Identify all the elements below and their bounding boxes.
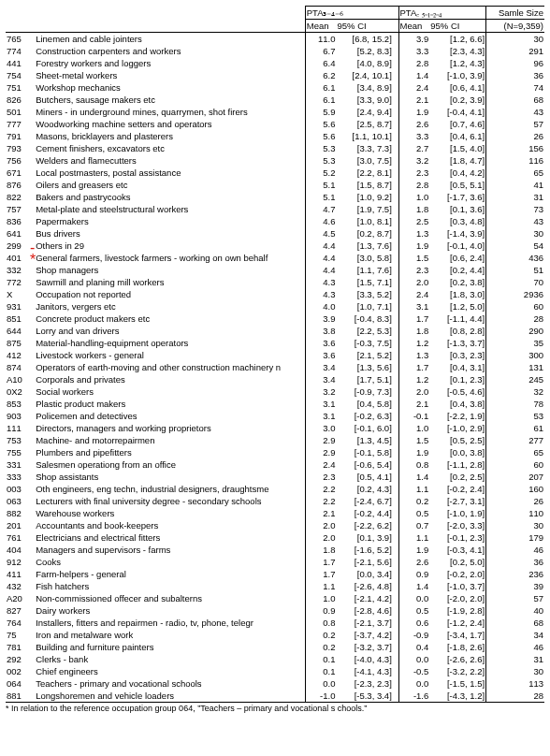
mean2-cell: 1.1 xyxy=(398,483,429,495)
occupation-cell: Warehouse workers xyxy=(35,507,305,519)
n-cell: 68 xyxy=(486,94,544,106)
occupation-cell: Cement finishers, excavators etc xyxy=(35,142,305,154)
occupation-cell: Plastic product makers xyxy=(35,398,305,410)
code-cell: 201 xyxy=(6,519,35,531)
table-row: 851Concrete product makers etc3.9[-0.4, … xyxy=(6,313,544,325)
mean1-cell: 3.1 xyxy=(305,410,336,422)
ci2-cell: [-4.3, 1.2] xyxy=(429,690,485,703)
mean1-cell: 1.1 xyxy=(305,580,336,592)
n-cell: 30 xyxy=(486,665,544,677)
occupation-cell: Linemen and cable jointers xyxy=(35,33,305,46)
ci1-cell: [1.3, 7.6] xyxy=(336,240,392,252)
code-cell: 75 xyxy=(6,629,35,641)
n-cell: 179 xyxy=(486,531,544,544)
mean2-cell: 2.4 xyxy=(398,288,429,300)
code-cell: 931 xyxy=(6,300,35,313)
table-row: 412Livestock workers - general3.6[2.1, 5… xyxy=(6,349,544,361)
ci2-cell: [-1.4, 3.9] xyxy=(429,227,485,240)
ci1-cell: [-5.3, 3.4] xyxy=(336,690,392,703)
occupation-cell: Material-handling-equipment operators xyxy=(35,337,305,349)
n-cell: 34 xyxy=(486,629,544,641)
ci2-cell: [0.2, 2.5] xyxy=(429,471,485,483)
n-cell: 36 xyxy=(486,556,544,568)
table-row: 903Policemen and detectives3.1[-0.2, 6.3… xyxy=(6,410,544,422)
mean1-cell: 3.9 xyxy=(305,313,336,325)
mean2-cell: 2.5 xyxy=(398,215,429,227)
ci2-cell: [-1.8, 2.6] xyxy=(429,641,485,653)
table-row: 757Metal-plate and steelstructural worke… xyxy=(6,203,544,215)
ci1-cell: [2.4, 9.4] xyxy=(336,106,392,118)
ci2-cell: [-0.2, 2.0] xyxy=(429,568,485,580)
mean1-cell: 5.3 xyxy=(305,154,336,167)
table-row: 111Directors, managers and working propr… xyxy=(6,422,544,434)
n-cell: 43 xyxy=(486,106,544,118)
table-row: 064Teachers - primary and vocational sch… xyxy=(6,677,544,690)
mean2-cell: 0.6 xyxy=(398,617,429,629)
mean1-cell: 5.1 xyxy=(305,179,336,191)
occupation-cell: Managers and supervisors - farms xyxy=(35,544,305,556)
code-cell: 754 xyxy=(6,69,35,81)
mean1-cell: 2.2 xyxy=(305,483,336,495)
occupation-cell: Iron and metalware work xyxy=(35,629,305,641)
code-cell: 822 xyxy=(6,191,35,203)
mean1-cell: 3.1 xyxy=(305,398,336,410)
occupation-cell: Shop assistants xyxy=(35,471,305,483)
occupation-cell: Sheet-metal workers xyxy=(35,69,305,81)
mean1-cell: 1.8 xyxy=(305,544,336,556)
n-cell: 113 xyxy=(486,677,544,690)
n-cell: 207 xyxy=(486,471,544,483)
table-row: 404Managers and supervisors - farms1.8[-… xyxy=(6,544,544,556)
occupation-cell: Welders and flamecutters xyxy=(35,154,305,167)
ci1-cell: [0.2, 4.3] xyxy=(336,483,392,495)
n-cell: 57 xyxy=(486,592,544,604)
code-cell: 064 xyxy=(6,677,35,690)
code-cell: 063 xyxy=(6,495,35,507)
ci1-cell: [1.0, 7.1] xyxy=(336,300,392,313)
header-ptac5124: PTA꜀ ₅₋₁₋₂₋₄ xyxy=(398,7,486,20)
mean2-cell: 0.5 xyxy=(398,604,429,617)
table-row: 201Accountants and book-keepers2.0[-2.2,… xyxy=(6,519,544,531)
table-row: 411Farm-helpers - general1.7[0.0, 3.4]0.… xyxy=(6,568,544,580)
n-cell: 53 xyxy=(486,410,544,422)
ci2-cell: [-2.0, 2.0] xyxy=(429,592,485,604)
ci1-cell: [-1.6, 5.2] xyxy=(336,544,392,556)
ci2-cell: [0.2, 5.0] xyxy=(429,556,485,568)
ci2-cell: [-1.7, 3.6] xyxy=(429,191,485,203)
ci2-cell: [0.5, 2.5] xyxy=(429,434,485,446)
ci2-cell: [1.8, 3.0] xyxy=(429,288,485,300)
code-cell: 644 xyxy=(6,325,35,337)
n-cell: 31 xyxy=(486,191,544,203)
occupation-cell: Woodworking machine setters and operator… xyxy=(35,118,305,130)
ci2-cell: [-1.0, 2.9] xyxy=(429,422,485,434)
n-cell: 436 xyxy=(486,252,544,264)
ci1-cell: [-0.4, 8.3] xyxy=(336,313,392,325)
ci2-cell: [-1.9, 2.8] xyxy=(429,604,485,617)
mean1-cell: 5.1 xyxy=(305,191,336,203)
occupation-cell: Metal-plate and steelstructural workers xyxy=(35,203,305,215)
table-row: A20Non-commissioned offecer and subalter… xyxy=(6,592,544,604)
code-cell: 826 xyxy=(6,94,35,106)
occupation-cell: Dairy workers xyxy=(35,604,305,617)
ci1-cell: [1.1, 7.6] xyxy=(336,264,392,276)
ci2-cell: [1.8, 4.7] xyxy=(429,154,485,167)
ci1-cell: [5.2, 8.3] xyxy=(336,45,392,57)
mean1-cell: 5.6 xyxy=(305,118,336,130)
mean2-cell: 1.9 xyxy=(398,446,429,458)
mean2-cell: 3.9 xyxy=(398,33,429,46)
occupation-cell: Bus drivers xyxy=(35,227,305,240)
code-cell: 765 xyxy=(6,33,35,46)
mean1-cell: 0.2 xyxy=(305,629,336,641)
ci1-cell: [0.5, 4.1] xyxy=(336,471,392,483)
mean2-cell: 3.3 xyxy=(398,130,429,142)
ci2-cell: [0.8, 2.8] xyxy=(429,325,485,337)
ci1-cell: [3.0, 5.8] xyxy=(336,252,392,264)
table-row: 826Butchers, sausage makers etc6.1[3.3, … xyxy=(6,94,544,106)
ci1-cell: [2.4, 10.1] xyxy=(336,69,392,81)
code-cell: 757 xyxy=(6,203,35,215)
ci1-cell: [6.8, 15.2] xyxy=(336,33,392,46)
mean2-cell: 2.6 xyxy=(398,118,429,130)
code-cell: A20 xyxy=(6,592,35,604)
table-row: 774Construction carpenters and workers6.… xyxy=(6,45,544,57)
header-sample: Samle Size xyxy=(486,7,544,20)
mean1-cell: 2.2 xyxy=(305,495,336,507)
